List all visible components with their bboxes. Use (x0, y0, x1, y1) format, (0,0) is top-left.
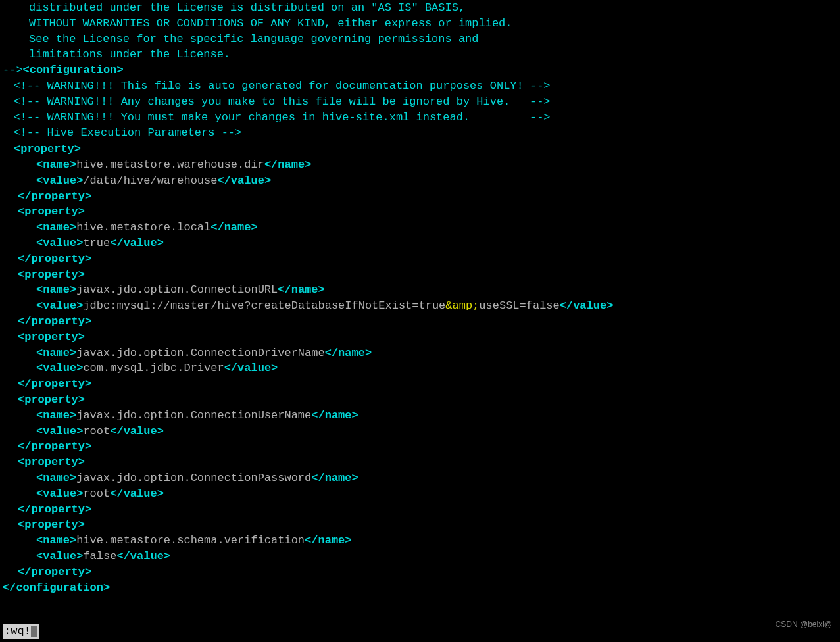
property-close: </property> (3, 251, 837, 267)
property-close: </property> (3, 314, 837, 330)
warning-comment: <!-- Hive Execution Parameters --> (0, 125, 840, 141)
property-value: <value>root</value> (3, 486, 837, 502)
property-name: <name>javax.jdo.option.ConnectionURL</na… (3, 282, 837, 298)
property-open: <property> (3, 517, 837, 533)
property-close: </property> (3, 439, 837, 455)
license-line: See the License for the specific languag… (0, 32, 840, 47)
property-value: <value>true</value> (3, 235, 837, 251)
property-open: <property> (3, 204, 837, 220)
property-name: <name>javax.jdo.option.ConnectionDriverN… (3, 345, 837, 361)
property-close: </property> (3, 502, 837, 518)
warning-comment: <!-- WARNING!!! Any changes you make to … (0, 94, 840, 110)
property-name: <name>javax.jdo.option.ConnectionPasswor… (3, 470, 837, 486)
property-open: <property> (3, 141, 837, 157)
configuration-open-line: --><configuration> (0, 62, 840, 78)
warning-comment: <!-- WARNING!!! This file is auto genera… (0, 78, 840, 94)
property-close: </property> (3, 189, 837, 205)
cursor-icon (31, 626, 37, 637)
license-line: WITHOUT WARRANTIES OR CONDITIONS OF ANY … (0, 16, 840, 32)
watermark-text: CSDN @beixi@ (776, 619, 832, 630)
configuration-close-line: </configuration> (0, 580, 840, 596)
property-close: </property> (3, 564, 837, 580)
property-value: <value>/data/hive/warehouse</value> (3, 173, 837, 189)
property-name: <name>hive.metastore.schema.verification… (3, 533, 837, 549)
highlighted-block: <property> <name>hive.metastore.warehous… (3, 141, 837, 580)
property-open: <property> (3, 267, 837, 283)
warning-comment: <!-- WARNING!!! You must make your chang… (0, 110, 840, 126)
comment-close: --> (3, 64, 23, 76)
property-value: <value>jdbc:mysql://master/hive?createDa… (3, 298, 837, 314)
property-value: <value>com.mysql.jdbc.Driver</value> (3, 360, 837, 376)
property-open: <property> (3, 455, 837, 470)
property-value: <value>false</value> (3, 549, 837, 564)
property-name: <name>hive.metastore.warehouse.dir</name… (3, 157, 837, 173)
entity-amp: &amp; (445, 299, 479, 312)
property-open: <property> (3, 330, 837, 345)
configuration-tag: <configuration> (23, 64, 124, 76)
property-close: </property> (3, 376, 837, 392)
property-name: <name>hive.metastore.local</name> (3, 220, 837, 235)
terminal-output: distributed under the License is distrib… (0, 0, 840, 596)
property-name: <name>javax.jdo.option.ConnectionUserNam… (3, 408, 837, 424)
vim-command-line[interactable]: :wq! (3, 624, 39, 639)
property-value: <value>root</value> (3, 424, 837, 439)
property-open: <property> (3, 392, 837, 408)
license-line: limitations under the License. (0, 47, 840, 62)
license-line: distributed under the License is distrib… (0, 0, 840, 16)
